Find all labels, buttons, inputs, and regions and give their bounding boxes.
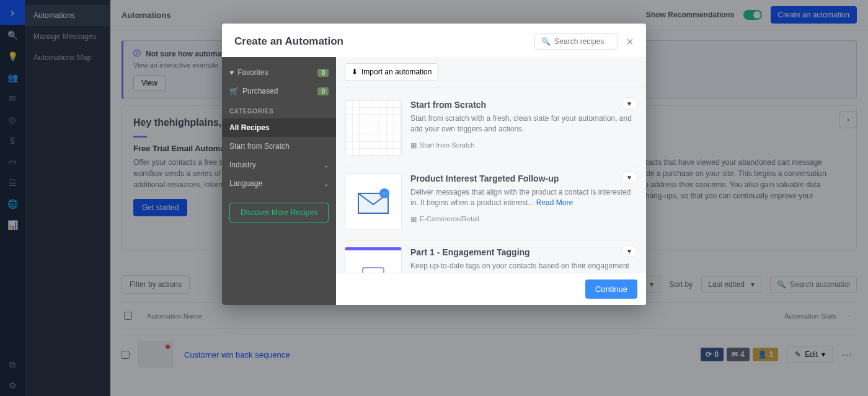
- cat-industry[interactable]: Industry⌄: [222, 156, 336, 174]
- import-automation-button[interactable]: ⬇Import an automation: [345, 63, 438, 81]
- cat-all-recipes[interactable]: All Recipes: [222, 118, 336, 137]
- cat-language[interactable]: Language⌄: [222, 174, 336, 193]
- chevron-down-icon: ⌄: [324, 162, 329, 169]
- purchased-count: 0: [317, 87, 329, 95]
- modal-title: Create an Automation: [234, 35, 343, 48]
- recipes-toolbar: ⬇Import an automation: [336, 57, 646, 87]
- recipe-thumb: 🛒: [345, 174, 402, 229]
- recipe-title: Product Interest Targeted Follow-up: [410, 174, 637, 183]
- recipe-thumb: [345, 100, 402, 156]
- close-icon[interactable]: ×: [626, 35, 634, 49]
- cat-purchased[interactable]: 🛒 Purchased 0: [222, 82, 336, 100]
- download-icon: ⬇: [352, 68, 358, 76]
- heart-icon: ♥: [627, 247, 632, 255]
- discover-more-button[interactable]: Discover More Recipes: [229, 203, 329, 222]
- create-automation-modal: Create an Automation 🔍 × ♥ Favorites 0 🛒…: [222, 24, 646, 305]
- recipe-item[interactable]: Part 1 - Engagement Tagging Keep up-to-d…: [345, 241, 637, 273]
- recipe-desc: Start from scratch with a fresh, clean s…: [410, 113, 637, 135]
- recipe-list[interactable]: Start from Scratch Start from scratch wi…: [336, 87, 646, 273]
- continue-button[interactable]: Continue: [585, 279, 637, 299]
- favorite-button[interactable]: ♥: [621, 97, 637, 110]
- recipe-thumb: [345, 247, 402, 273]
- categories-header: CATEGORIES: [222, 100, 336, 118]
- cart-icon: 🛒: [229, 87, 239, 95]
- favorite-button[interactable]: ♥: [621, 245, 637, 257]
- heart-icon: ♥: [229, 68, 234, 77]
- grid-icon: ▦: [410, 215, 417, 223]
- read-more-link[interactable]: Read More: [536, 198, 573, 207]
- recipe-title: Start from Scratch: [410, 100, 637, 110]
- svg-rect-3: [363, 268, 384, 273]
- modal-footer: Continue: [336, 273, 646, 305]
- recipe-title: Part 1 - Engagement Tagging: [410, 247, 637, 257]
- recipe-desc: Keep up-to-date tags on your contacts ba…: [410, 261, 637, 273]
- cat-start-scratch[interactable]: Start from Scratch: [222, 137, 336, 156]
- modal-body: ♥ Favorites 0 🛒 Purchased 0 CATEGORIES A…: [222, 57, 646, 305]
- envelope-icon: 🛒: [355, 186, 392, 217]
- chart-line-icon: [358, 264, 389, 273]
- chevron-down-icon: ⌄: [324, 180, 329, 187]
- svg-text:🛒: 🛒: [381, 190, 389, 198]
- recipe-desc: Deliver messages that align with the pro…: [410, 187, 637, 209]
- heart-icon: ♥: [627, 100, 632, 107]
- recipe-item[interactable]: Start from Scratch Start from scratch wi…: [345, 94, 637, 167]
- recipe-category: ▦Start from Scratch: [410, 141, 637, 149]
- favorites-count: 0: [317, 69, 329, 77]
- heart-icon: ♥: [627, 174, 632, 181]
- cat-favorites[interactable]: ♥ Favorites 0: [222, 63, 336, 82]
- recipes-panel: ⬇Import an automation Start from Scratch…: [336, 57, 646, 305]
- recipe-item[interactable]: 🛒 Product Interest Targeted Follow-up De…: [345, 167, 637, 241]
- favorite-button[interactable]: ♥: [621, 171, 637, 183]
- recipe-category: ▦E-Commerce/Retail: [410, 215, 637, 223]
- modal-header: Create an Automation 🔍 ×: [222, 24, 646, 57]
- category-sidebar: ♥ Favorites 0 🛒 Purchased 0 CATEGORIES A…: [222, 57, 336, 305]
- grid-icon: ▦: [410, 141, 417, 149]
- modal-search[interactable]: 🔍: [534, 33, 618, 50]
- search-icon: 🔍: [541, 37, 551, 46]
- modal-overlay[interactable]: Create an Automation 🔍 × ♥ Favorites 0 🛒…: [0, 0, 868, 396]
- recipe-search-input[interactable]: [554, 37, 611, 46]
